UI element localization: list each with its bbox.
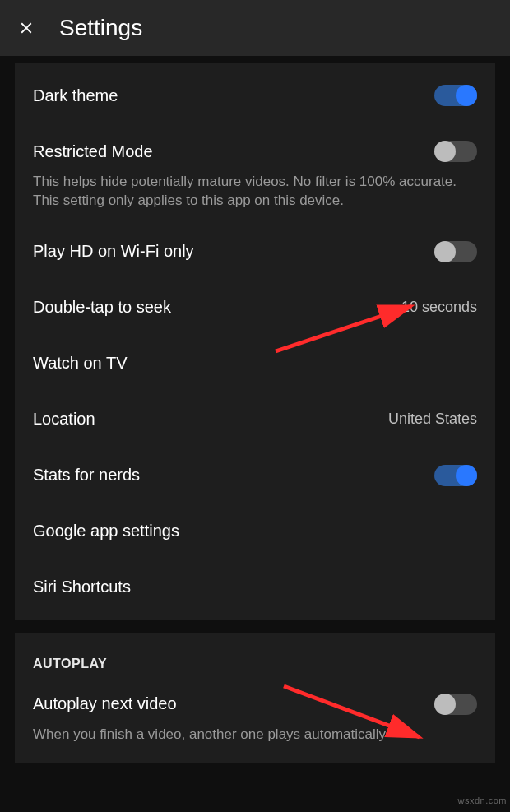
restricted-mode-label: Restricted Mode xyxy=(33,142,153,161)
autoplay-header: AUTOPLAY xyxy=(15,638,495,676)
row-location[interactable]: Location United States xyxy=(15,392,495,448)
location-label: Location xyxy=(33,410,95,429)
toggle-thumb xyxy=(434,241,456,262)
row-autoplay-next[interactable]: Autoplay next video xyxy=(15,676,495,732)
stats-for-nerds-toggle[interactable] xyxy=(434,465,477,486)
section-general: Dark theme Restricted Mode This helps hi… xyxy=(15,63,495,620)
row-siri-shortcuts[interactable]: Siri Shortcuts xyxy=(15,559,495,615)
autoplay-next-label: Autoplay next video xyxy=(33,694,177,713)
row-restricted-mode[interactable]: Restricted Mode xyxy=(15,123,495,179)
double-tap-value: 10 seconds xyxy=(401,299,477,316)
row-stats-for-nerds[interactable]: Stats for nerds xyxy=(15,448,495,503)
double-tap-label: Double-tap to seek xyxy=(33,298,171,317)
toggle-thumb xyxy=(456,85,477,106)
section-autoplay: AUTOPLAY Autoplay next video When you fi… xyxy=(15,633,495,763)
row-double-tap[interactable]: Double-tap to seek 10 seconds xyxy=(15,280,495,336)
row-play-hd[interactable]: Play HD on Wi-Fi only xyxy=(15,224,495,280)
dark-theme-label: Dark theme xyxy=(33,86,118,105)
section-gap xyxy=(15,620,495,627)
google-app-settings-label: Google app settings xyxy=(33,522,179,541)
close-icon xyxy=(17,19,35,37)
header: Settings xyxy=(0,0,510,56)
restricted-mode-desc: This helps hide potentially mature video… xyxy=(15,173,495,224)
autoplay-next-desc: When you finish a video, another one pla… xyxy=(15,726,495,758)
toggle-thumb xyxy=(434,141,456,162)
autoplay-next-toggle[interactable] xyxy=(434,694,477,715)
row-dark-theme[interactable]: Dark theme xyxy=(15,67,495,123)
toggle-thumb xyxy=(456,465,477,486)
watch-on-tv-label: Watch on TV xyxy=(33,354,128,373)
page-title: Settings xyxy=(59,15,142,41)
row-google-app-settings[interactable]: Google app settings xyxy=(15,503,495,559)
stats-for-nerds-label: Stats for nerds xyxy=(33,466,140,485)
content: Dark theme Restricted Mode This helps hi… xyxy=(0,63,510,763)
location-value: United States xyxy=(388,411,477,428)
siri-shortcuts-label: Siri Shortcuts xyxy=(33,578,131,596)
close-button[interactable] xyxy=(16,18,36,38)
play-hd-label: Play HD on Wi-Fi only xyxy=(33,242,194,261)
dark-theme-toggle[interactable] xyxy=(434,85,477,106)
restricted-mode-toggle[interactable] xyxy=(434,141,477,162)
watermark: wsxdn.com xyxy=(457,796,507,805)
toggle-thumb xyxy=(434,694,456,715)
row-watch-on-tv[interactable]: Watch on TV xyxy=(15,336,495,392)
play-hd-toggle[interactable] xyxy=(434,241,477,262)
